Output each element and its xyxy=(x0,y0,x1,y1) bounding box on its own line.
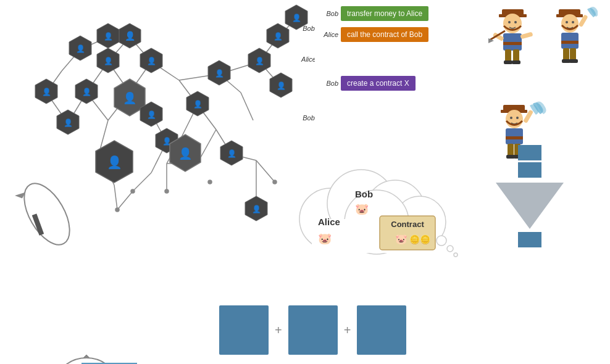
svg-line-25 xyxy=(201,130,216,157)
svg-text:👤: 👤 xyxy=(82,87,91,96)
svg-text:👤: 👤 xyxy=(147,56,156,65)
svg-text:🐷: 🐷 xyxy=(318,232,332,246)
alice-call-group: Alice call the contract of Bob xyxy=(321,27,428,42)
alice-sender-label: Alice xyxy=(321,31,338,38)
svg-text:Bob: Bob xyxy=(355,189,373,199)
svg-point-144 xyxy=(454,253,458,257)
svg-text:🐷: 🐷 xyxy=(355,202,369,216)
svg-line-45 xyxy=(133,173,151,191)
svg-point-94 xyxy=(15,176,78,247)
svg-point-116 xyxy=(572,21,574,23)
svg-text:👤: 👤 xyxy=(178,147,193,160)
svg-text:🪙: 🪙 xyxy=(409,234,420,245)
transaction-labels-area: Bob transfer money to Alice Alice call t… xyxy=(321,6,428,94)
svg-text:👤: 👤 xyxy=(104,56,113,65)
call-contract-label: call the contract of Bob xyxy=(341,27,428,42)
svg-text:👤: 👤 xyxy=(76,44,85,53)
svg-text:🐷: 🐷 xyxy=(395,233,407,245)
svg-text:👤: 👤 xyxy=(123,91,137,105)
svg-text:👤: 👤 xyxy=(125,31,136,41)
bob-sender-label2: Bob xyxy=(321,80,338,87)
svg-text:Alice: Alice xyxy=(318,217,340,227)
create-contract-label: create a contract X xyxy=(341,76,416,91)
miner-icon-2 xyxy=(542,3,598,65)
svg-text:👤: 👤 xyxy=(107,155,122,170)
svg-point-101 xyxy=(514,21,517,23)
block-1 xyxy=(219,305,269,355)
block-separator-2: + xyxy=(344,323,351,337)
svg-rect-122 xyxy=(569,59,578,63)
miner-icon-1 xyxy=(483,3,539,65)
bob-transfer-group: Bob transfer money to Alice xyxy=(321,6,428,21)
svg-point-127 xyxy=(510,117,512,119)
middle-block xyxy=(518,162,541,178)
miners-area xyxy=(483,3,607,163)
svg-line-47 xyxy=(114,185,117,210)
svg-point-115 xyxy=(566,21,568,23)
svg-text:🪙: 🪙 xyxy=(420,234,431,245)
svg-text:Bob: Bob xyxy=(303,114,315,122)
top-block xyxy=(518,145,541,160)
down-arrow xyxy=(496,183,564,229)
svg-text:👤: 👤 xyxy=(252,204,261,213)
svg-text:👤: 👤 xyxy=(64,118,73,127)
svg-text:Alice: Alice xyxy=(301,56,315,63)
svg-marker-95 xyxy=(15,190,28,201)
svg-rect-107 xyxy=(512,60,520,64)
svg-text:Bob: Bob xyxy=(303,25,315,32)
svg-text:👤: 👤 xyxy=(193,99,203,109)
svg-rect-103 xyxy=(503,42,522,45)
svg-rect-121 xyxy=(562,59,570,63)
svg-point-100 xyxy=(508,21,511,23)
bob-create-group: Bob create a contract X xyxy=(321,76,428,91)
blockchain-blocks: + + xyxy=(219,305,406,355)
block-2 xyxy=(288,305,338,355)
svg-rect-106 xyxy=(504,60,512,64)
svg-text:👤: 👤 xyxy=(277,81,286,90)
svg-rect-130 xyxy=(506,136,523,139)
svg-rect-118 xyxy=(561,41,579,44)
svg-text:👤: 👤 xyxy=(255,56,264,65)
svg-point-37 xyxy=(208,180,212,184)
svg-point-128 xyxy=(516,117,519,119)
svg-point-143 xyxy=(447,246,453,252)
svg-text:👤: 👤 xyxy=(215,68,224,78)
transfer-label: transfer money to Alice xyxy=(341,6,428,21)
arrow-down-area xyxy=(496,145,564,247)
svg-text:👤: 👤 xyxy=(104,31,113,41)
svg-text:👤: 👤 xyxy=(292,13,301,22)
cloud-svg: Bob 🐷 Alice 🐷 Contract 🐷 🪙 🪙 xyxy=(281,151,463,259)
svg-line-43 xyxy=(256,160,275,182)
cloud-area: Bob 🐷 Alice 🐷 Contract 🐷 🪙 🪙 xyxy=(281,151,463,259)
svg-rect-109 xyxy=(520,32,533,39)
svg-line-48 xyxy=(117,191,133,210)
svg-text:👤: 👤 xyxy=(42,87,51,96)
svg-line-21 xyxy=(241,93,253,120)
network-diagram: 👤 👤 👤 👤 👤 👤 👤 👤 👤 👤 👤 👤 xyxy=(0,0,315,247)
svg-point-142 xyxy=(437,236,446,246)
svg-text:👤: 👤 xyxy=(147,110,156,119)
svg-text:👤: 👤 xyxy=(274,31,283,41)
block-3 xyxy=(357,305,406,355)
svg-text:👤: 👤 xyxy=(227,149,236,158)
block-separator-1: + xyxy=(275,323,282,337)
bob-sender-label: Bob xyxy=(321,10,338,17)
bottom-block xyxy=(518,232,541,247)
svg-text:Contract: Contract xyxy=(391,220,424,229)
